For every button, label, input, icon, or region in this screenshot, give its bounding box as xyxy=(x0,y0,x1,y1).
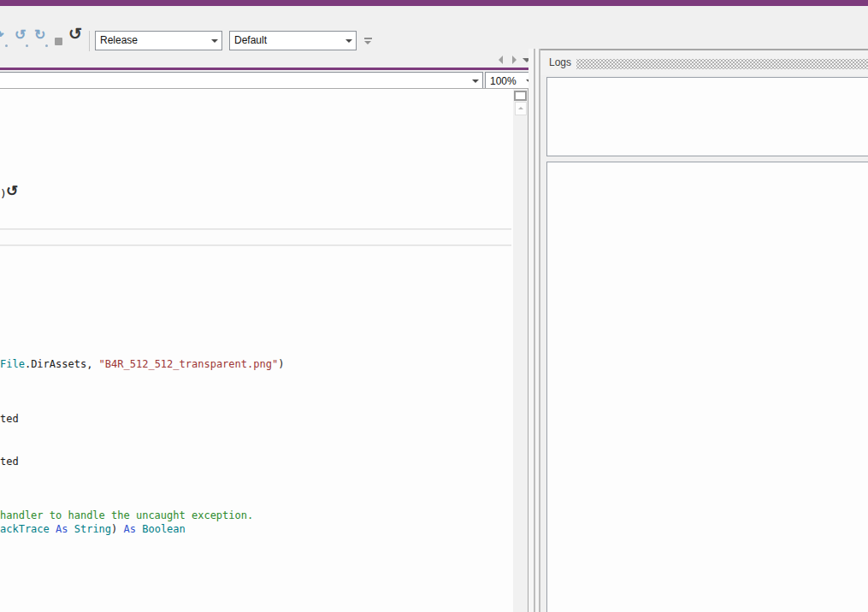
logs-panel-header[interactable]: Logs xyxy=(540,50,868,75)
chevron-down-icon[interactable] xyxy=(468,73,482,89)
toolbar-separator xyxy=(89,31,90,51)
member-navigation-combobox[interactable] xyxy=(0,72,483,90)
restart-icon[interactable]: ↺ xyxy=(68,26,82,42)
splitter-ridge xyxy=(534,49,535,612)
editor-accent-divider xyxy=(0,68,537,70)
tab-scroll-right-icon[interactable] xyxy=(512,56,517,64)
editor-zoom-value: 100% xyxy=(490,75,517,87)
stop-icon[interactable] xyxy=(55,38,62,45)
logs-panel: Logs xyxy=(540,49,868,612)
panel-drag-texture[interactable] xyxy=(576,59,868,69)
resume-partial-icon[interactable]: ↷ xyxy=(0,28,3,42)
code-line: ackTrace As String) As Boolean xyxy=(0,523,186,535)
step-into-icon[interactable]: ↺ xyxy=(15,28,26,42)
chevron-down-icon[interactable] xyxy=(341,32,356,50)
icon-dot xyxy=(5,44,8,47)
logs-filter-box[interactable] xyxy=(546,77,868,156)
step-over-icon[interactable]: ↻ xyxy=(34,28,45,42)
code-line: ted xyxy=(0,413,19,425)
ide-window: ↷ ↺ ↻ ↺ Release Default 100% xyxy=(0,0,868,612)
scrollbar-up-button[interactable] xyxy=(515,102,527,115)
scroll-up-icon xyxy=(518,107,523,109)
window-accent-bar xyxy=(0,0,868,6)
logs-panel-title: Logs xyxy=(549,56,571,68)
refresh-inline-icon: ↺ xyxy=(6,182,18,200)
chevron-down-icon[interactable] xyxy=(207,32,221,50)
build-configuration-combobox[interactable]: Release xyxy=(95,31,222,50)
toolbar-overflow-button[interactable] xyxy=(364,38,372,46)
icon-dot xyxy=(45,44,48,47)
code-line: File.DirAssets, "B4R_512_512_transparent… xyxy=(0,358,284,370)
code-editor[interactable]: ) ↺ File.DirAssets, "B4R_512_512_transpa… xyxy=(0,89,513,612)
build-configuration-value: Release xyxy=(100,34,138,46)
logs-output-box[interactable] xyxy=(546,162,868,612)
editor-section-divider xyxy=(0,228,511,246)
ui-configuration-combobox[interactable]: Default xyxy=(229,31,357,50)
tab-scroll-left-icon[interactable] xyxy=(499,56,503,64)
code-line: handler to handle the uncaught exception… xyxy=(0,509,253,521)
panel-splitter[interactable] xyxy=(528,49,540,612)
editor-vertical-scrollbar[interactable] xyxy=(513,89,528,612)
scrollbar-thumb[interactable] xyxy=(514,91,527,101)
main-toolbar: ↷ ↺ ↻ ↺ Release Default xyxy=(0,6,868,50)
code-line: ted xyxy=(0,456,19,468)
ui-configuration-value: Default xyxy=(234,34,267,46)
icon-dot xyxy=(26,44,28,47)
